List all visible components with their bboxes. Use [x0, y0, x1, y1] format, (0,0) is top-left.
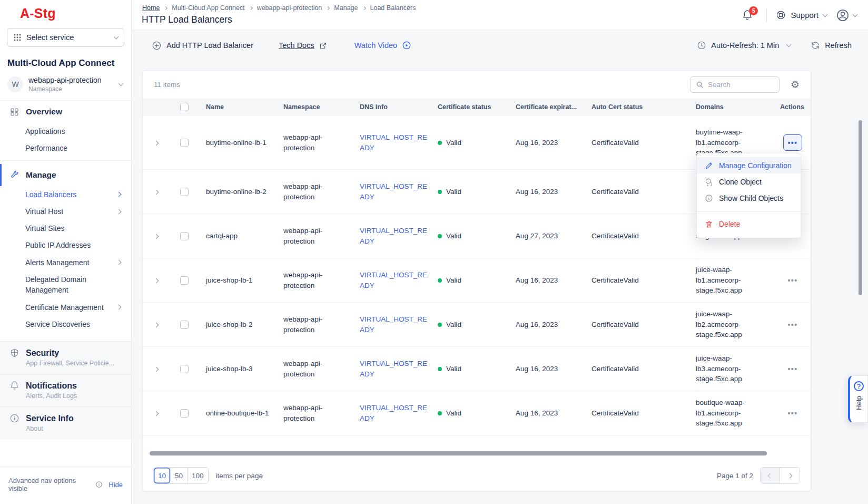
chevron-right-icon	[116, 192, 122, 197]
help-tab[interactable]: ? Help	[848, 375, 868, 423]
column-header-auto-cert-status[interactable]: Auto Cert status	[585, 103, 689, 111]
refresh-button[interactable]: Refresh	[811, 41, 852, 50]
column-header-dns-info[interactable]: DNS Info	[353, 103, 431, 111]
column-header-name[interactable]: Name	[200, 103, 277, 111]
select-all-checkbox[interactable]	[180, 103, 189, 111]
row-actions-button[interactable]: •••	[783, 361, 802, 377]
dns-info-link[interactable]: VIRTUAL_HOST_READY	[360, 403, 428, 423]
row-checkbox[interactable]	[180, 276, 189, 285]
next-page-button[interactable]	[780, 468, 800, 483]
menu-item-clone-object[interactable]: Clone Object	[697, 173, 801, 190]
support-menu-button[interactable]: Support	[776, 10, 827, 20]
notifications-bell-button[interactable]: 5	[742, 9, 753, 21]
column-header-certificate-expiration[interactable]: Certificate expirat...	[509, 103, 585, 111]
sidebar-item-sublabel: About	[26, 425, 123, 432]
table-row: juice-shop-lb-3 webapp-api-protection VI…	[143, 347, 811, 391]
row-expand-chevron[interactable]	[152, 229, 160, 244]
overview-grid-icon	[9, 108, 19, 117]
dns-info-link[interactable]: VIRTUAL_HOST_READY	[360, 314, 428, 335]
sidebar-item-performance[interactable]: Performance	[0, 140, 131, 157]
row-expand-chevron[interactable]	[152, 185, 160, 199]
sidebar-item-security[interactable]: Security App Firewall, Service Policie..…	[0, 341, 131, 374]
namespace-selector[interactable]: W webapp-api-protection Namespace	[0, 72, 131, 101]
search-input[interactable]	[708, 81, 774, 89]
lb-name: buytime-online-lb-2	[200, 187, 273, 197]
row-actions-button[interactable]: •••	[783, 134, 802, 151]
column-header-namespace[interactable]: Namespace	[277, 103, 353, 111]
sidebar-item-service-discoveries[interactable]: Service Discoveries	[0, 316, 131, 333]
sidebar-footer: Advanced nav options visible Hide	[0, 467, 131, 504]
page-size-group: 10 50 100	[153, 467, 209, 484]
dns-info-link[interactable]: VIRTUAL_HOST_READY	[360, 358, 428, 379]
watch-video-link[interactable]: Watch Video	[354, 41, 411, 50]
auto-cert-status: CertificateValid	[585, 364, 689, 374]
column-header-certificate-status[interactable]: Certificate status	[431, 103, 509, 111]
breadcrumb-item[interactable]: Load Balancers	[370, 4, 416, 12]
sidebar-item-load-balancers[interactable]: Load Balancers	[0, 186, 131, 203]
row-expand-chevron[interactable]	[152, 362, 160, 376]
row-checkbox[interactable]	[180, 409, 189, 418]
chevron-right-icon	[362, 6, 366, 9]
row-checkbox[interactable]	[180, 321, 189, 329]
tech-docs-link[interactable]: Tech Docs	[279, 41, 327, 50]
row-expand-chevron[interactable]	[152, 135, 160, 150]
divider	[0, 160, 131, 161]
auto-cert-status: CertificateValid	[585, 408, 689, 419]
add-http-load-balancer-button[interactable]: Add HTTP Load Balancer	[152, 41, 253, 51]
pagination: 10 50 100 items per page Page 1 of 2	[153, 467, 800, 484]
table-settings-gear-icon[interactable]: ⚙	[791, 80, 800, 90]
sidebar-item-certificate-management[interactable]: Certificate Management	[0, 299, 131, 316]
sidebar-item-public-ip-addresses[interactable]: Public IP Addresses	[0, 237, 131, 254]
chevron-down-icon	[786, 42, 792, 47]
hide-advanced-nav-link[interactable]: Hide	[108, 481, 123, 489]
sidebar-item-virtual-host[interactable]: Virtual Host	[0, 203, 131, 220]
menu-item-delete[interactable]: Delete	[697, 216, 801, 232]
breadcrumb-item[interactable]: Home	[142, 4, 160, 12]
row-expand-chevron[interactable]	[152, 317, 160, 332]
sidebar-item-virtual-sites[interactable]: Virtual Sites	[0, 220, 131, 237]
sidebar-item-service-info[interactable]: Service Info About	[0, 406, 131, 439]
horizontal-scrollbar[interactable]	[150, 451, 767, 455]
info-circle-icon	[705, 194, 713, 202]
sidebar-item-overview[interactable]: Overview	[0, 101, 131, 123]
row-checkbox[interactable]	[180, 232, 189, 240]
breadcrumb-item[interactable]: Manage	[334, 4, 358, 12]
manage-subnav: Load Balancers Virtual Host Virtual Site…	[0, 186, 131, 333]
auto-refresh-dropdown[interactable]: Auto-Refresh: 1 Min	[697, 41, 791, 50]
account-menu-button[interactable]	[836, 8, 857, 22]
row-checkbox[interactable]	[180, 365, 189, 373]
dns-info-link[interactable]: VIRTUAL_HOST_READY	[360, 270, 428, 290]
external-link-icon	[319, 42, 327, 50]
row-actions-button[interactable]: •••	[783, 316, 802, 333]
page-size-10-button[interactable]: 10	[154, 468, 171, 483]
breadcrumb-item[interactable]: Multi-Cloud App Connect	[172, 4, 244, 12]
column-header-actions[interactable]: Actions	[774, 103, 812, 111]
column-header-domains[interactable]: Domains	[689, 103, 774, 111]
row-expand-chevron[interactable]	[152, 406, 160, 421]
row-checkbox[interactable]	[180, 139, 189, 147]
row-expand-chevron[interactable]	[152, 273, 160, 288]
previous-page-button[interactable]	[761, 468, 780, 483]
lb-domains: juice-waap-lb3.acmecorp-stage.f5xc.app	[689, 353, 758, 384]
sidebar-item-alerts-management[interactable]: Alerts Management	[0, 254, 131, 271]
row-actions-context-menu: Manage Configuration Clone Object Show C…	[696, 153, 801, 238]
row-checkbox[interactable]	[180, 188, 189, 196]
trash-icon	[705, 220, 713, 228]
sidebar-item-applications[interactable]: Applications	[0, 123, 131, 140]
dns-info-link[interactable]: VIRTUAL_HOST_READY	[360, 181, 428, 202]
sidebar-item-notifications[interactable]: Notifications Alerts, Audit Logs	[0, 374, 131, 406]
menu-item-manage-configuration[interactable]: Manage Configuration	[697, 157, 801, 173]
dns-info-link[interactable]: VIRTUAL_HOST_READY	[360, 132, 428, 153]
lb-namespace: webapp-api-protection	[277, 314, 340, 335]
dns-info-link[interactable]: VIRTUAL_HOST_READY	[360, 226, 428, 246]
select-service-dropdown[interactable]: Select service	[7, 28, 124, 47]
row-actions-button[interactable]: •••	[783, 272, 802, 288]
sidebar-item-delegated-domain-management[interactable]: Delegated Domain Management	[0, 271, 131, 299]
page-size-100-button[interactable]: 100	[188, 468, 208, 483]
row-actions-button[interactable]: •••	[783, 405, 802, 421]
vertical-scrollbar[interactable]	[859, 120, 862, 295]
sidebar-item-manage[interactable]: Manage	[0, 164, 131, 186]
breadcrumb-item[interactable]: webapp-api-protection	[257, 4, 322, 12]
page-size-50-button[interactable]: 50	[171, 468, 188, 483]
menu-item-show-child-objects[interactable]: Show Child Objects	[697, 190, 801, 206]
